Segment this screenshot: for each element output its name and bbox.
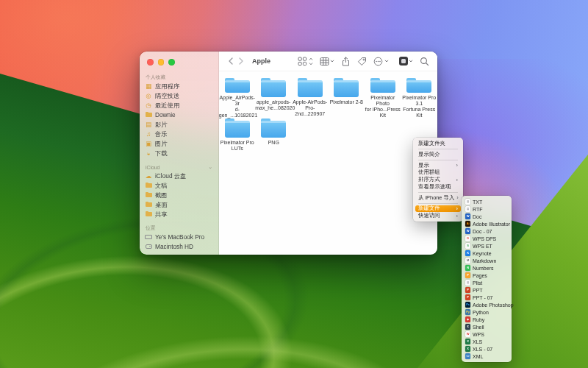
submenu-item[interactable]: PyPython — [462, 308, 512, 316]
sidebar-item[interactable]: 桌面 — [140, 200, 218, 210]
submenu-item-label: XLS - 07 — [473, 347, 492, 352]
sidebar-item[interactable]: 文稿 — [140, 181, 218, 191]
submenu-item[interactable]: ≣RTF — [462, 205, 512, 213]
submenu-item[interactable]: WDoc - 07 — [462, 227, 512, 235]
forward-button[interactable] — [236, 57, 246, 65]
folder-name-line: LUTs — [220, 146, 254, 152]
file-type-letter: N — [467, 266, 469, 269]
folder-item[interactable]: Apple_AirPods-3rd-gen_...10182021 — [219, 78, 256, 118]
submenu-item[interactable]: $Shell — [462, 323, 512, 330]
folder-item[interactable]: Pixelmator Photofor iPho...Press Kit — [365, 78, 401, 118]
sidebar-item[interactable]: 截图 — [140, 191, 218, 200]
chevron-down-icon — [409, 60, 413, 63]
submenu-item[interactable]: KKeynote — [462, 250, 512, 257]
sidebar-item[interactable]: Downie — [140, 110, 218, 120]
folder-item[interactable]: Pixelmator ProLUTs — [219, 118, 256, 159]
group-by-button[interactable] — [320, 57, 335, 66]
folder-icon — [261, 80, 286, 97]
folder-item[interactable]: Pixelmator Pro 3.1Fortuna Press Kit — [401, 78, 438, 118]
folder-name-line: apple_airpods- — [255, 99, 292, 105]
recents-icon: ◷ — [145, 102, 152, 109]
menu-item[interactable]: 新建文件夹 — [415, 140, 461, 147]
menu-item[interactable]: 显示简介 — [415, 151, 461, 158]
submenu-item[interactable]: ≣TXT — [462, 198, 512, 205]
close-button[interactable] — [147, 59, 154, 66]
file-type-letter: P — [467, 296, 468, 299]
more-actions-button[interactable] — [373, 57, 389, 66]
folder-name-line: Pixelmator Pro — [220, 140, 254, 146]
sidebar-item[interactable]: ◒下载 — [140, 149, 218, 158]
excel-icon: X — [465, 346, 470, 352]
menu-item[interactable]: 快速访问› — [415, 212, 461, 219]
submenu-item[interactable]: XXLS — [462, 338, 512, 345]
menu-item-label: 新建文件 — [418, 205, 440, 212]
menu-item[interactable]: 新建文件› — [415, 205, 461, 213]
folder-name-line: d-gen_...10182021 — [219, 107, 256, 118]
menu-item[interactable]: 显示› — [415, 162, 461, 169]
submenu-item-label: PPT — [473, 288, 483, 293]
submenu-item[interactable]: PPages — [462, 272, 512, 279]
word-doc-icon: W — [465, 228, 470, 234]
submenu-item[interactable]: SWPS ET — [462, 242, 512, 250]
traffic-lights — [140, 57, 218, 74]
submenu-item[interactable]: WWPS — [462, 330, 512, 338]
search-button[interactable] — [420, 57, 429, 66]
menu-separator — [418, 203, 458, 204]
submenu-item[interactable]: DWPS DPS — [462, 235, 512, 242]
sidebar-item[interactable]: ♫音乐 — [140, 130, 218, 139]
context-menu: 新建文件夹显示简介显示›使用群组排序方式›查看显示选项从 iPhone 导入›新… — [413, 138, 463, 222]
submenu-item[interactable]: AiAdobe Illustrator — [462, 220, 512, 227]
tags-button[interactable] — [357, 57, 367, 66]
sidebar-item[interactable]: 共享 — [140, 210, 218, 219]
sidebar-item[interactable]: ▤影片 — [140, 120, 218, 130]
sidebar-item[interactable]: Ye's MacBook Pro — [140, 233, 218, 242]
adobe-photoshop-icon: Ps — [465, 302, 470, 308]
sidebar-item[interactable]: ☁iCloud 云盘 — [140, 171, 218, 181]
documents-folder-icon — [145, 183, 152, 188]
folder-icon — [298, 80, 323, 97]
submenu-item[interactable]: PPPT — [462, 286, 512, 294]
menu-item[interactable]: 排序方式› — [415, 176, 461, 183]
sidebar-item[interactable]: ◎隔空投送 — [140, 91, 218, 101]
menu-separator — [418, 160, 458, 160]
folder-item[interactable]: apple_airpods-max_he...082020 — [256, 78, 293, 118]
new-file-extension-button[interactable] — [399, 57, 414, 66]
menu-item[interactable]: 查看显示选项 — [415, 183, 461, 191]
folder-name-line: Fortuna Press Kit — [401, 107, 438, 118]
wps-et-icon: S — [465, 243, 470, 249]
sidebar-section-header: 位置 — [140, 224, 218, 233]
grid-view-icon — [298, 57, 307, 66]
folder-item[interactable]: Apple-AirPods-Pro-2nd...220907 — [292, 78, 329, 118]
submenu-item[interactable]: NNumbers — [462, 264, 512, 272]
sidebar-item[interactable]: ▦应用程序 — [140, 82, 218, 91]
submenu-item[interactable]: MMarkdown — [462, 257, 512, 264]
toolbar — [291, 57, 429, 66]
search-icon — [420, 57, 429, 66]
submenu-item[interactable]: ≣Plist — [462, 279, 512, 286]
zoom-button[interactable] — [168, 59, 175, 66]
sidebar-item[interactable]: ▣图片 — [140, 139, 218, 149]
folder-item[interactable]: PNG — [256, 118, 293, 159]
icon-view-toggle-button[interactable] — [298, 57, 313, 66]
menu-item[interactable]: 使用群组 — [415, 169, 461, 176]
submenu-item[interactable]: PPPT - 07 — [462, 294, 512, 301]
menu-item[interactable]: 从 iPhone 导入› — [415, 194, 461, 202]
sidebar-item[interactable]: ◷最近使用 — [140, 101, 218, 110]
desktop: 个人收藏▦应用程序◎隔空投送◷最近使用Downie▤影片♫音乐▣图片◒下载iCl… — [0, 0, 588, 368]
menu-item-label: 从 iPhone 导入 — [418, 194, 454, 202]
submenu-item[interactable]: PsAdobe Photoshop — [462, 301, 512, 308]
adobe-illustrator-icon: Ai — [465, 221, 470, 227]
share-button[interactable] — [341, 57, 351, 66]
submenu-item[interactable]: ◆Ruby — [462, 316, 512, 323]
sidebar-item[interactable]: Macintosh HD — [140, 242, 218, 252]
powerpoint-icon: P — [465, 287, 470, 293]
folder-name-line: Apple-AirPods- — [292, 99, 329, 105]
submenu-item[interactable]: WDoc — [462, 213, 512, 220]
folder-name-line: Pro-2nd...220907 — [292, 105, 329, 117]
submenu-item[interactable]: XXLS - 07 — [462, 345, 512, 353]
minimize-button[interactable] — [158, 59, 165, 66]
chevron-down-icon[interactable]: ⌄ — [208, 164, 212, 170]
submenu-item[interactable]: <>XML — [462, 353, 512, 360]
folder-item[interactable]: Pixelmator 2-8 — [329, 78, 365, 118]
back-button[interactable] — [226, 57, 236, 65]
